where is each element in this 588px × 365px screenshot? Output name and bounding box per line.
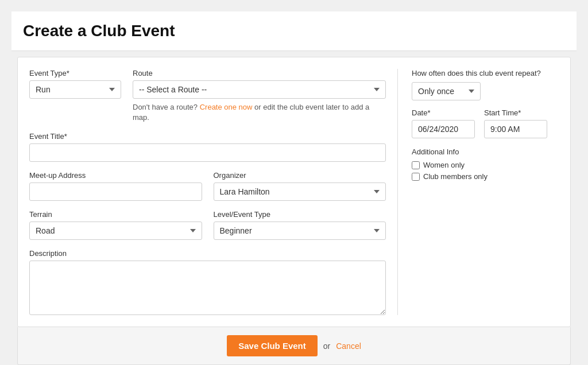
organizer-group: Organizer Lara Hamilton Other Organizer <box>214 171 386 201</box>
description-group: Description <box>29 249 386 315</box>
organizer-select[interactable]: Lara Hamilton Other Organizer <box>214 182 386 201</box>
description-label: Description <box>29 249 386 258</box>
event-title-group: Event Title* <box>29 132 386 162</box>
page-title: Create a Club Event <box>23 22 565 40</box>
meetup-address-input[interactable] <box>29 182 202 201</box>
repeat-label: How often does this club event repeat? <box>412 69 559 77</box>
route-hint-prefix: Don't have a route? <box>133 103 198 111</box>
club-members-only-checkbox-label[interactable]: Club members only <box>412 172 559 181</box>
meetup-organizer-row: Meet-up Address Organizer Lara Hamilton … <box>29 171 386 201</box>
route-label: Route <box>133 69 386 77</box>
club-members-only-checkbox[interactable] <box>412 173 420 181</box>
additional-info-section: Additional Info Women only Club members … <box>412 147 559 181</box>
cancel-link[interactable]: Cancel <box>336 341 361 351</box>
date-label: Date* <box>412 108 475 117</box>
date-input[interactable] <box>412 120 475 138</box>
date-group: Date* <box>412 108 475 138</box>
page-header: Create a Club Event <box>11 11 577 51</box>
form-left: Event Type* Run Bike Walk Hike Route -- … <box>29 69 398 315</box>
start-time-label: Start Time* <box>484 108 547 117</box>
start-time-group: Start Time* <box>484 108 547 138</box>
organizer-label: Organizer <box>214 171 386 180</box>
footer-or-text: or <box>323 341 330 351</box>
event-type-route-row: Event Type* Run Bike Walk Hike Route -- … <box>29 69 386 123</box>
repeat-select[interactable]: Only once Weekly Bi-weekly Monthly <box>412 82 481 100</box>
meetup-address-group: Meet-up Address <box>29 171 202 201</box>
route-group: Route -- Select a Route -- Don't have a … <box>133 69 386 123</box>
women-only-checkbox-label[interactable]: Women only <box>412 161 559 169</box>
date-time-row: Date* Start Time* <box>412 108 559 138</box>
save-club-event-button[interactable]: Save Club Event <box>227 335 318 356</box>
form-right: How often does this club event repeat? O… <box>398 69 559 315</box>
form-body: Event Type* Run Bike Walk Hike Route -- … <box>18 57 570 327</box>
women-only-label: Women only <box>423 161 465 169</box>
route-hint: Don't have a route? Create one now or ed… <box>133 102 386 123</box>
terrain-level-row: Terrain Road Trail Track Mixed Level/Eve… <box>29 210 386 240</box>
event-title-label: Event Title* <box>29 132 386 141</box>
terrain-group: Terrain Road Trail Track Mixed <box>29 210 202 240</box>
terrain-select[interactable]: Road Trail Track Mixed <box>29 222 202 240</box>
women-only-checkbox[interactable] <box>412 161 420 169</box>
start-time-input[interactable] <box>484 120 547 138</box>
description-textarea[interactable] <box>29 261 386 315</box>
form-container: Event Type* Run Bike Walk Hike Route -- … <box>17 57 571 327</box>
level-event-type-select[interactable]: Beginner Intermediate Advanced <box>214 222 386 240</box>
level-event-type-label: Level/Event Type <box>214 210 386 219</box>
event-type-group: Event Type* Run Bike Walk Hike <box>29 69 121 123</box>
event-title-input[interactable] <box>29 143 386 162</box>
terrain-label: Terrain <box>29 210 202 219</box>
club-members-only-label: Club members only <box>423 172 488 181</box>
level-event-type-group: Level/Event Type Beginner Intermediate A… <box>214 210 386 240</box>
form-footer: Save Club Event or Cancel <box>17 327 571 365</box>
meetup-address-label: Meet-up Address <box>29 171 202 180</box>
event-type-select[interactable]: Run Bike Walk Hike <box>29 80 121 99</box>
route-select[interactable]: -- Select a Route -- <box>133 80 386 99</box>
event-type-label: Event Type* <box>29 69 121 77</box>
create-route-link[interactable]: Create one now <box>200 103 253 111</box>
additional-info-title: Additional Info <box>412 147 559 156</box>
